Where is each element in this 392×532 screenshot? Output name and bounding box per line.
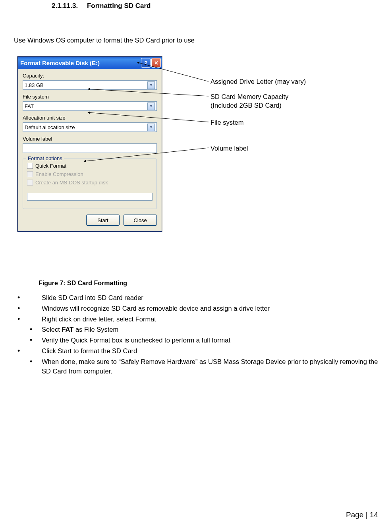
msdos-disk-checkbox: Create an MS-DOS startup disk [27,180,153,186]
format-options-group: Format options Quick Format Enable Compr… [23,159,157,209]
close-icon[interactable]: ✕ [151,58,161,68]
quick-format-label: Quick Format [35,163,66,169]
callout-filesystem: File system [210,118,243,127]
intro-text: Use Windows OS computer to format the SD… [14,17,378,50]
allocation-value: Default allocation size [25,124,75,130]
page-footer: Page | 14 [346,511,378,519]
dialog-title: Format Removable Disk (E:) [20,60,100,66]
callout-capacity-1: SD Card Memory Capacity [210,92,288,101]
step-item: When done, make sure to “Safely Remove H… [14,357,378,377]
step-item: Select FAT as File System [14,325,378,335]
section-number: 2.1.11.3. [52,2,78,10]
enable-compression-checkbox: Enable Compression [27,171,153,177]
section-title: Formatting SD Card [87,2,151,10]
step-item: Click Start to format the SD Card [14,346,378,356]
enable-compression-label: Enable Compression [35,171,83,177]
checkbox-icon [27,163,33,169]
callout-capacity-2: (Included 2GB SD Card) [210,101,282,110]
format-dialog: Format Removable Disk (E:) ? ✕ Capacity:… [17,56,162,232]
chevron-down-icon: ▼ [147,124,155,131]
filesystem-value: FAT [25,103,34,109]
step-item: Slide SD Card into SD Card reader [14,293,378,303]
figure-caption: Figure 7: SD Card Formatting [39,280,127,287]
filesystem-label: File system [23,94,157,100]
format-options-title: Format options [26,155,64,161]
capacity-value: 1.83 GB [25,82,44,88]
step-item: Verify the Quick Format box is unchecked… [14,335,378,345]
steps-list: Slide SD Card into SD Card reader Window… [14,293,378,376]
capacity-label: Capacity: [23,73,157,79]
checkbox-icon [27,180,33,186]
volume-label-input[interactable] [23,143,157,153]
callout-drive-letter: Assigned Drive Letter (may vary) [210,77,306,86]
allocation-combo[interactable]: Default allocation size ▼ [23,122,157,132]
close-button[interactable]: Close [124,215,157,226]
help-button[interactable]: ? [141,58,151,68]
checkbox-icon [27,171,33,177]
step-item: Right click on drive letter, select Form… [14,314,378,324]
chevron-down-icon: ▼ [147,81,155,89]
quick-format-checkbox[interactable]: Quick Format [27,163,153,169]
progress-bar [27,193,153,201]
step-item: Windows will recognize SD Card as remova… [14,304,378,313]
allocation-label: Allocation unit size [23,115,157,121]
section-heading: 2.1.11.3. Formatting SD Card [14,0,378,10]
callout-volume-label: Volume label [210,144,248,153]
dialog-titlebar: Format Removable Disk (E:) ? ✕ [18,57,162,69]
start-button[interactable]: Start [86,215,120,226]
volume-label-label: Volume label [23,136,157,142]
figure-area: Format Removable Disk (E:) ? ✕ Capacity:… [14,56,378,289]
msdos-disk-label: Create an MS-DOS startup disk [35,180,108,186]
chevron-down-icon: ▼ [147,103,155,110]
filesystem-combo[interactable]: FAT ▼ [23,101,157,111]
capacity-combo[interactable]: 1.83 GB ▼ [23,80,157,90]
